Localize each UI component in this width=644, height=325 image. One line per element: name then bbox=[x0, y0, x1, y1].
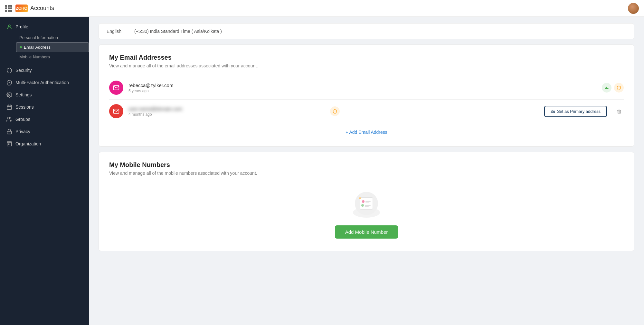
email-badges-2 bbox=[330, 106, 340, 116]
security-icon bbox=[6, 67, 12, 73]
sidebar-security-label: Security bbox=[15, 68, 32, 73]
crown-badge bbox=[602, 83, 611, 93]
svg-point-1 bbox=[9, 94, 10, 96]
avatar-image bbox=[628, 3, 639, 14]
svg-point-13 bbox=[362, 200, 365, 203]
email-info-1: rebecca@zylker.com 5 years ago bbox=[128, 83, 594, 93]
organization-icon bbox=[6, 141, 12, 147]
sidebar-organization-label: Organization bbox=[15, 141, 41, 146]
email-address-1: rebecca@zylker.com bbox=[128, 83, 594, 88]
svg-point-19 bbox=[359, 197, 361, 199]
zoho-logo-text: ZOHO bbox=[16, 6, 27, 11]
email-addresses-section: My Email Addresses View and manage all o… bbox=[99, 44, 634, 147]
grid-menu-icon[interactable] bbox=[5, 5, 12, 12]
email-time-2: 4 months ago bbox=[128, 112, 322, 117]
sidebar-profile-label: Profile bbox=[15, 24, 28, 29]
user-avatar[interactable] bbox=[628, 3, 639, 14]
sidebar-item-sessions[interactable]: Sessions bbox=[0, 101, 89, 113]
add-email-label: + Add Email Address bbox=[346, 130, 387, 135]
mobile-numbers-section: My Mobile Numbers View and manage all of… bbox=[99, 152, 634, 251]
svg-rect-12 bbox=[360, 198, 373, 209]
svg-point-0 bbox=[8, 25, 10, 27]
sidebar-item-personal-info[interactable]: Personal Information bbox=[16, 33, 89, 42]
set-primary-button[interactable]: Set as Primary address bbox=[544, 106, 607, 117]
sidebar-item-privacy[interactable]: Privacy bbox=[0, 125, 89, 138]
privacy-icon bbox=[6, 129, 12, 134]
email-badges-1 bbox=[602, 83, 624, 93]
svg-rect-7 bbox=[7, 131, 12, 134]
language-value: English bbox=[107, 29, 121, 34]
header-left: ZOHO Accounts bbox=[5, 5, 54, 12]
email-row-2: user.name@domain.com 4 months ago Set bbox=[109, 100, 624, 123]
email-avatar-1 bbox=[109, 81, 123, 95]
sidebar-item-groups[interactable]: Groups bbox=[0, 113, 89, 125]
groups-icon bbox=[6, 116, 12, 122]
add-mobile-label: Add Mobile Number bbox=[345, 229, 388, 235]
delete-email-button[interactable] bbox=[615, 106, 624, 116]
set-primary-label: Set as Primary address bbox=[557, 109, 601, 114]
email-section-title: My Email Addresses bbox=[109, 54, 624, 61]
sidebar-settings-label: Settings bbox=[15, 92, 32, 97]
sidebar-item-mobile-numbers[interactable]: Mobile Numbers bbox=[16, 52, 89, 62]
active-indicator bbox=[20, 46, 22, 48]
timezone-value: (+5:30) India Standard Time ( Asia/Kolka… bbox=[134, 29, 222, 34]
sessions-icon bbox=[6, 104, 12, 110]
shield-badge-2 bbox=[330, 106, 340, 116]
svg-point-16 bbox=[361, 204, 364, 207]
shield-badge-1 bbox=[614, 83, 624, 93]
mobile-section-description: View and manage all of the mobile number… bbox=[109, 171, 624, 176]
sidebar: Profile Personal Information Email Addre… bbox=[0, 17, 89, 325]
svg-point-6 bbox=[8, 117, 10, 119]
email-time-1: 5 years ago bbox=[128, 89, 594, 93]
email-section-description: View and manage all of the email address… bbox=[109, 63, 624, 68]
sidebar-profile-subnav: Personal Information Email Address Mobil… bbox=[0, 33, 89, 62]
sidebar-item-organization[interactable]: Organization bbox=[0, 138, 89, 150]
sidebar-item-profile[interactable]: Profile bbox=[0, 21, 89, 33]
email-row-1: rebecca@zylker.com 5 years ago bbox=[109, 76, 624, 100]
sidebar-item-email-address[interactable]: Email Address bbox=[16, 42, 89, 52]
email-avatar-2 bbox=[109, 104, 123, 118]
sidebar-item-mfa[interactable]: Multi-Factor Authentication bbox=[0, 76, 89, 89]
mobile-section-title: My Mobile Numbers bbox=[109, 161, 624, 169]
mobile-empty-state: Add Mobile Number bbox=[109, 183, 624, 242]
sidebar-sessions-label: Sessions bbox=[15, 104, 34, 110]
svg-rect-8 bbox=[7, 142, 12, 146]
sidebar-mfa-label: Multi-Factor Authentication bbox=[15, 80, 69, 85]
main-content: English (+5:30) India Standard Time ( As… bbox=[89, 17, 644, 325]
top-header: ZOHO Accounts bbox=[0, 0, 644, 17]
email-address-2-blurred: user.name@domain.com bbox=[128, 106, 322, 112]
add-mobile-number-button[interactable]: Add Mobile Number bbox=[335, 225, 398, 239]
main-layout: Profile Personal Information Email Addre… bbox=[0, 17, 644, 325]
info-bar: English (+5:30) India Standard Time ( As… bbox=[99, 23, 634, 39]
sidebar-item-settings[interactable]: Settings bbox=[0, 89, 89, 101]
zoho-logo: ZOHO Accounts bbox=[15, 5, 54, 12]
sidebar-privacy-label: Privacy bbox=[15, 129, 30, 134]
email-info-2: user.name@domain.com 4 months ago bbox=[128, 106, 322, 117]
mfa-icon bbox=[6, 80, 12, 85]
sidebar-item-security[interactable]: Security bbox=[0, 64, 89, 76]
add-email-link[interactable]: + Add Email Address bbox=[109, 127, 624, 137]
profile-icon bbox=[6, 24, 12, 30]
settings-icon bbox=[6, 92, 12, 98]
svg-rect-2 bbox=[7, 105, 12, 110]
empty-illustration bbox=[350, 190, 383, 219]
sidebar-groups-label: Groups bbox=[15, 117, 30, 122]
zoho-logo-box: ZOHO bbox=[15, 5, 28, 12]
app-name: Accounts bbox=[30, 5, 54, 12]
